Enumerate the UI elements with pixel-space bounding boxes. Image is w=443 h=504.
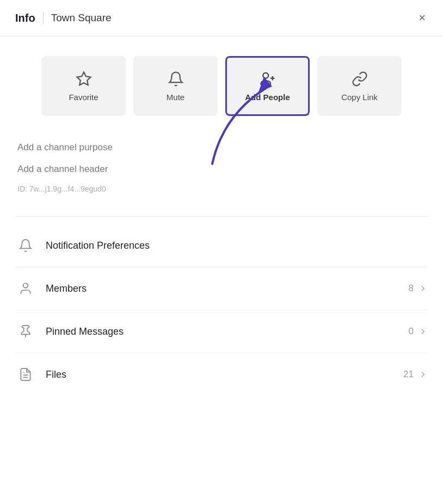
close-button[interactable]: × [416,10,428,26]
members-item[interactable]: Members 8 [15,267,428,310]
favorite-label: Favorite [69,93,98,102]
svg-marker-0 [77,72,90,85]
bell-list-icon [15,235,36,256]
pinned-count: 0 [409,326,414,337]
link-icon [352,71,368,87]
members-count: 8 [409,283,414,294]
pin-icon [15,321,36,342]
panel-header: Info Town Square × [0,0,443,36]
pinned-messages-item[interactable]: Pinned Messages 0 [15,310,428,353]
chevron-right-icon [418,370,428,379]
copy-link-label: Copy Link [341,93,378,102]
notification-preferences-label: Notification Preferences [46,240,428,251]
files-count: 21 [403,369,414,380]
chevron-right-icon [418,327,428,336]
files-label: Files [46,369,403,380]
members-label: Members [46,283,409,294]
pinned-meta: 0 [409,326,428,337]
members-meta: 8 [409,283,428,294]
files-item[interactable]: Files 21 [15,353,428,396]
person-icon [15,278,36,299]
channel-name: Town Square [51,12,112,24]
star-icon [76,71,92,87]
actions-row: Favorite Mute Add People Copy Link [0,36,443,131]
list-section: Notification Preferences Members 8 Pinne… [0,224,443,396]
mute-button[interactable]: Mute [133,56,218,116]
mute-label: Mute [167,93,184,102]
add-people-button[interactable]: Add People [225,56,310,116]
pinned-messages-label: Pinned Messages [46,326,409,337]
info-label: Info [15,12,35,24]
svg-point-5 [23,283,28,288]
file-icon [15,364,36,385]
notification-preferences-item[interactable]: Notification Preferences [15,224,428,267]
header-left: Info Town Square [15,12,112,24]
channel-info-section: Add a channel purpose Add a channel head… [0,131,443,208]
bell-icon [168,71,184,87]
add-people-label: Add People [245,93,290,102]
favorite-button[interactable]: Favorite [41,56,126,116]
channel-purpose[interactable]: Add a channel purpose [17,137,426,158]
header-divider [43,12,44,24]
channel-header[interactable]: Add a channel header [17,158,426,180]
svg-point-1 [263,72,268,78]
user-plus-icon [260,71,276,87]
channel-id: ID: 7w...j1.9g...f4...9egud0 [17,180,426,198]
section-divider [15,216,428,217]
files-meta: 21 [403,369,428,380]
copy-link-button[interactable]: Copy Link [317,56,402,116]
chevron-right-icon [418,284,428,293]
